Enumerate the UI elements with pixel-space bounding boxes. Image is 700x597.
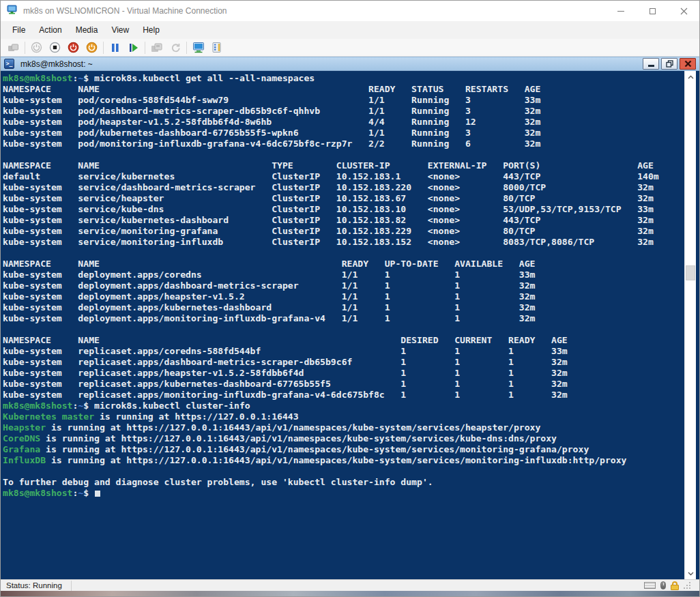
terminal-line: mk8s@mk8shost:~$ xyxy=(3,488,683,499)
terminal-minimize-button[interactable] xyxy=(643,58,659,70)
terminal-text: is running at https://127.0.0.1:16443/ap… xyxy=(46,455,626,465)
chevron-down-icon xyxy=(688,572,694,576)
terminal-line: kube-system service/kubernetes-dashboard… xyxy=(3,215,683,226)
shutdown-button[interactable] xyxy=(64,40,83,55)
terminal-text: NAMESPACE NAME DESIRED CURRENT READY AGE xyxy=(3,335,568,345)
terminal-line: kube-system pod/monitoring-influxdb-graf… xyxy=(3,139,683,149)
terminal-line: kube-system replicaset.apps/dashboard-me… xyxy=(3,357,683,368)
terminal-text: Kubernetes master xyxy=(3,411,94,422)
scroll-up-button[interactable] xyxy=(685,71,696,83)
revert-button[interactable] xyxy=(166,40,184,55)
terminal-screen[interactable]: mk8s@mk8shost:~$ microk8s.kubectl get al… xyxy=(1,71,699,579)
terminal-close-button[interactable] xyxy=(680,58,696,70)
terminal-text: microk8s.kubectl get all --all-namespace… xyxy=(94,73,315,83)
close-button[interactable] xyxy=(668,1,699,21)
turn-off-icon xyxy=(68,42,79,53)
save-icon xyxy=(151,42,163,53)
terminal-line xyxy=(3,466,683,477)
terminal-text: kube-system deployment.apps/monitoring-i… xyxy=(3,313,535,323)
terminal-text: InfluxDB xyxy=(3,455,46,465)
terminal-text: kube-system replicaset.apps/monitoring-i… xyxy=(3,390,568,400)
window-titlebar: mk8s on WSLNOMICRON - Virtual Machine Co… xyxy=(1,1,699,21)
terminal-line xyxy=(3,324,683,335)
power-icon xyxy=(31,42,42,53)
terminal-text: kube-system replicaset.apps/kubernetes-d… xyxy=(3,379,568,389)
vm-connection-window: mk8s on WSLNOMICRON - Virtual Machine Co… xyxy=(0,0,700,597)
terminal-line: NAMESPACE NAME READY UP-TO-DATE AVAILABL… xyxy=(3,259,683,270)
checkpoint-button[interactable] xyxy=(147,40,166,55)
enhanced-session-button[interactable] xyxy=(189,40,207,55)
terminal-text: is running at https://127.0.0.1:16443/ap… xyxy=(40,433,557,443)
start-button[interactable] xyxy=(27,40,46,55)
terminal-text: kube-system pod/kubernetes-dashboard-677… xyxy=(3,128,540,138)
keyboard-icon xyxy=(644,582,656,589)
terminal-line: Kubernetes master is running at https://… xyxy=(3,411,683,422)
terminal-line: kube-system deployment.apps/coredns 1/1 … xyxy=(3,270,683,280)
terminal-text: $ xyxy=(83,73,94,83)
terminal-text: kube-system service/kube-dns ClusterIP 1… xyxy=(3,204,654,214)
enhanced-session-icon xyxy=(192,42,205,53)
terminal-text: default service/kubernetes ClusterIP 10.… xyxy=(3,171,659,181)
terminal-line: kube-system replicaset.apps/heapster-v1.… xyxy=(3,368,683,379)
revert-icon xyxy=(170,42,181,53)
terminal-line: InfluxDB is running at https://127.0.0.1… xyxy=(3,455,683,466)
ctrl-alt-del-button[interactable] xyxy=(4,40,23,55)
terminal-text: kube-system deployment.apps/heapster-v1.… xyxy=(3,291,535,302)
terminal-text: kube-system service/dashboard-metrics-sc… xyxy=(3,182,654,192)
pause-button[interactable] xyxy=(106,40,124,55)
terminal-text: kube-system replicaset.apps/heapster-v1.… xyxy=(3,368,568,378)
terminal-line: default service/kubernetes ClusterIP 10.… xyxy=(3,171,683,182)
terminal-text: kube-system service/kubernetes-dashboard… xyxy=(3,215,654,225)
terminal-text: kube-system pod/monitoring-influxdb-graf… xyxy=(3,139,540,149)
window-title: mk8s on WSLNOMICRON - Virtual Machine Co… xyxy=(23,6,605,16)
terminal-text: kube-system service/monitoring-grafana C… xyxy=(3,226,654,236)
close-icon xyxy=(680,8,688,15)
menu-file[interactable]: File xyxy=(5,22,32,38)
terminal-text: is running at https://127.0.0.1:16443 xyxy=(94,411,299,422)
terminal-line: mk8s@mk8shost:~$ microk8s.kubectl cluste… xyxy=(3,401,683,411)
scroll-down-button[interactable] xyxy=(685,568,696,579)
turn-off-button[interactable] xyxy=(46,40,64,55)
resize-grip-icon[interactable] xyxy=(684,582,690,589)
resume-icon xyxy=(128,43,138,53)
terminal-line: kube-system service/monitoring-influxdb … xyxy=(3,237,683,248)
terminal-line: NAMESPACE NAME TYPE CLUSTER-IP EXTERNAL-… xyxy=(3,160,683,171)
toolbar-separator xyxy=(103,42,104,54)
menu-action[interactable]: Action xyxy=(32,22,68,38)
pause-icon xyxy=(111,43,120,53)
terminal-line: kube-system replicaset.apps/kubernetes-d… xyxy=(3,379,683,390)
maximize-button[interactable] xyxy=(637,1,668,21)
menu-help[interactable]: Help xyxy=(136,22,166,38)
save-state-button[interactable] xyxy=(83,40,101,55)
ctrl-alt-del-icon xyxy=(8,43,20,53)
chevron-up-icon xyxy=(688,75,694,79)
taskbar-edge xyxy=(1,591,699,596)
terminal-text: mk8s@mk8shost xyxy=(3,488,72,498)
terminal-text: kube-system pod/heapster-v1.5.2-58fdbb6f… xyxy=(3,117,540,127)
terminal-text: is running at https://127.0.0.1:16443/ap… xyxy=(40,444,589,454)
toolbar-separator xyxy=(145,42,145,54)
terminal-line: kube-system deployment.apps/heapster-v1.… xyxy=(3,291,683,302)
menu-media[interactable]: Media xyxy=(69,22,105,38)
terminal-titlebar[interactable]: >_ mk8s@mk8shost: ~ xyxy=(1,57,699,71)
terminal-text: kube-system deployment.apps/kubernetes-d… xyxy=(3,302,535,312)
toolbar-separator xyxy=(25,42,25,54)
menu-view[interactable]: View xyxy=(104,22,136,38)
terminal-restore-button[interactable] xyxy=(661,58,677,70)
terminal-text: NAMESPACE NAME TYPE CLUSTER-IP EXTERNAL-… xyxy=(3,160,654,171)
resume-button[interactable] xyxy=(124,40,143,55)
terminal-scrollbar[interactable] xyxy=(684,71,696,579)
terminal-text: kube-system service/heapster ClusterIP 1… xyxy=(3,193,654,203)
scrollbar-thumb[interactable] xyxy=(686,265,695,280)
status-bar: Status: Running xyxy=(1,579,699,591)
share-button[interactable] xyxy=(207,40,226,55)
minimize-icon xyxy=(617,11,624,12)
minimize-button[interactable] xyxy=(605,1,637,21)
terminal-line: kube-system pod/heapster-v1.5.2-58fdbb6f… xyxy=(3,117,683,128)
status-label: Status: Running xyxy=(6,581,62,589)
terminal-text: Grafana xyxy=(3,444,40,454)
maximize-icon xyxy=(650,8,656,14)
terminal-text: Heapster xyxy=(3,422,46,433)
terminal-text: kube-system deployment.apps/coredns 1/1 … xyxy=(3,270,535,280)
terminal-text: is running at https://127.0.0.1:16443/ap… xyxy=(46,422,540,433)
